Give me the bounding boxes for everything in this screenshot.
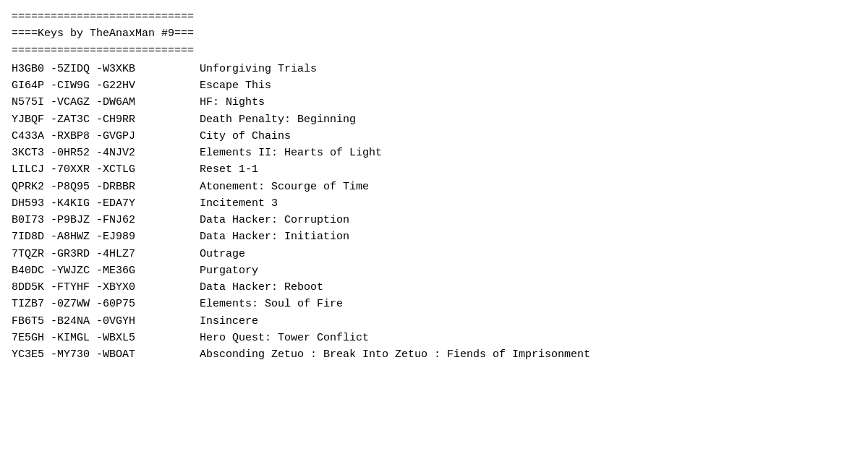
key-codes: DH593 -K4KIG -EDA7Y [12, 195, 200, 212]
table-row: GI64P -CIW9G -G22HVEscape This [12, 77, 856, 94]
game-title: Elements II: Hearts of Light [200, 145, 382, 161]
game-title: City of Chains [200, 128, 291, 145]
game-title: HF: Nights [200, 94, 265, 111]
table-row: 7E5GH -KIMGL -WBXL5Hero Quest: Tower Con… [12, 330, 856, 346]
key-codes: 3KCT3 -0HR52 -4NJV2 [12, 145, 200, 161]
key-codes: YJBQF -ZAT3C -CH9RR [12, 111, 200, 128]
table-row: LILCJ -70XXR -XCTLGReset 1-1 [12, 161, 856, 178]
game-title: Death Penalty: Beginning [200, 111, 356, 128]
key-codes: LILCJ -70XXR -XCTLG [12, 161, 200, 178]
game-title: Data Hacker: Corruption [200, 212, 349, 228]
table-row: YJBQF -ZAT3C -CH9RRDeath Penalty: Beginn… [12, 111, 856, 128]
key-codes: 7E5GH -KIMGL -WBXL5 [12, 330, 200, 346]
header-title: ====Keys by TheAnaxMan #9=== [12, 25, 856, 42]
table-row: 3KCT3 -0HR52 -4NJV2Elements II: Hearts o… [12, 145, 856, 161]
key-codes: FB6T5 -B24NA -0VGYH [12, 313, 200, 330]
game-title: Elements: Soul of Fire [200, 296, 343, 312]
table-row: C433A -RXBP8 -GVGPJCity of Chains [12, 128, 856, 145]
table-row: B0I73 -P9BJZ -FNJ62Data Hacker: Corrupti… [12, 212, 856, 228]
game-title: Reset 1-1 [200, 161, 258, 178]
table-row: QPRK2 -P8Q95 -DRBBRAtonement: Scourge of… [12, 179, 856, 195]
key-codes: C433A -RXBP8 -GVGPJ [12, 128, 200, 145]
key-codes: 7TQZR -GR3RD -4HLZ7 [12, 246, 200, 262]
game-title: Incitement 3 [200, 195, 278, 212]
game-title: Purgatory [200, 262, 258, 279]
header-separator-top: ============================ [12, 9, 856, 25]
table-row: TIZB7 -0Z7WW -60P75Elements: Soul of Fir… [12, 296, 856, 312]
key-codes: TIZB7 -0Z7WW -60P75 [12, 296, 200, 312]
key-codes: QPRK2 -P8Q95 -DRBBR [12, 179, 200, 195]
table-row: 8DD5K -FTYHF -XBYX0Data Hacker: Reboot [12, 279, 856, 296]
key-codes: B40DC -YWJZC -ME36G [12, 262, 200, 279]
key-codes: GI64P -CIW9G -G22HV [12, 77, 200, 94]
game-title: Escape This [200, 77, 271, 94]
table-row: DH593 -K4KIG -EDA7YIncitement 3 [12, 195, 856, 212]
keys-table: H3GB0 -5ZIDQ -W3XKBUnforgiving TrialsGI6… [12, 61, 856, 364]
page-container: ============================ ====Keys by… [12, 9, 856, 363]
table-row: N575I -VCAGZ -DW6AMHF: Nights [12, 94, 856, 111]
game-title: Hero Quest: Tower Conflict [200, 330, 369, 346]
key-codes: 7ID8D -A8HWZ -EJ989 [12, 228, 200, 245]
key-codes: N575I -VCAGZ -DW6AM [12, 94, 200, 111]
game-title: Data Hacker: Initiation [200, 228, 349, 245]
key-codes: YC3E5 -MY730 -WBOAT [12, 346, 200, 363]
table-row: 7TQZR -GR3RD -4HLZ7Outrage [12, 246, 856, 262]
table-row: B40DC -YWJZC -ME36GPurgatory [12, 262, 856, 279]
key-codes: 8DD5K -FTYHF -XBYX0 [12, 279, 200, 296]
game-title: Unforgiving Trials [200, 61, 317, 77]
table-row: FB6T5 -B24NA -0VGYHInsincere [12, 313, 856, 330]
game-title: Insincere [200, 313, 258, 330]
game-title: Outrage [200, 246, 245, 262]
table-row: YC3E5 -MY730 -WBOATAbsconding Zetuo : Br… [12, 346, 856, 363]
game-title: Data Hacker: Reboot [200, 279, 323, 296]
key-codes: H3GB0 -5ZIDQ -W3XKB [12, 61, 200, 77]
game-title: Absconding Zetuo : Break Into Zetuo : Fi… [200, 346, 590, 363]
table-row: H3GB0 -5ZIDQ -W3XKBUnforgiving Trials [12, 61, 856, 77]
header-separator-bottom: ============================ [12, 43, 856, 59]
table-row: 7ID8D -A8HWZ -EJ989Data Hacker: Initiati… [12, 228, 856, 245]
key-codes: B0I73 -P9BJZ -FNJ62 [12, 212, 200, 228]
game-title: Atonement: Scourge of Time [200, 179, 369, 195]
